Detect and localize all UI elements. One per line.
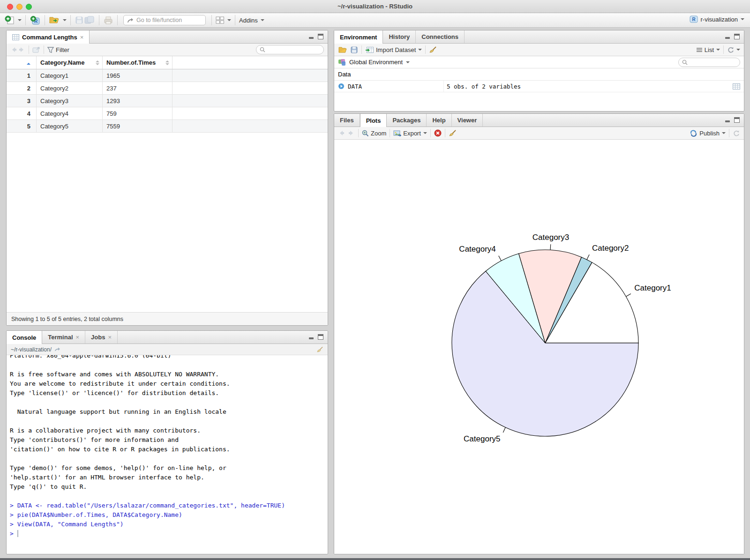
pane-layout-icon[interactable] <box>216 16 225 24</box>
publish-label[interactable]: Publish <box>699 130 720 137</box>
clear-all-plots-icon[interactable] <box>449 129 457 137</box>
maximize-pane-icon[interactable] <box>734 34 740 39</box>
export-plot-caret[interactable] <box>423 132 427 134</box>
pie-label-tick <box>499 256 502 261</box>
rownum-header[interactable] <box>7 60 36 65</box>
console-line <box>10 492 328 501</box>
tab-help[interactable]: Help <box>427 114 451 127</box>
environment-search-input[interactable] <box>690 59 742 66</box>
tab-jobs[interactable]: Jobs× <box>85 331 118 343</box>
tab-console[interactable]: Console <box>7 331 42 344</box>
close-tab-icon[interactable]: × <box>108 334 112 340</box>
open-file-dropdown-caret[interactable] <box>63 19 67 21</box>
tab-command-lengths[interactable]: Command Lengths × <box>7 30 90 44</box>
zoom-plot-icon[interactable] <box>362 130 369 137</box>
minimize-pane-icon[interactable] <box>724 117 731 123</box>
filter-icon[interactable] <box>47 47 54 53</box>
table-row[interactable]: 2 Category2 237 <box>7 82 328 95</box>
maximize-pane-icon[interactable] <box>317 334 324 340</box>
new-file-icon[interactable] <box>5 15 15 25</box>
minimize-pane-icon[interactable] <box>308 34 315 39</box>
tab-packages[interactable]: Packages <box>387 114 427 127</box>
tab-environment[interactable]: Environment <box>334 30 383 44</box>
tab-plots[interactable]: Plots <box>360 114 387 127</box>
tab-files[interactable]: Files <box>334 114 360 127</box>
environment-section-header: Data <box>334 68 744 81</box>
refresh-icon[interactable] <box>727 46 735 53</box>
tab-terminal[interactable]: Terminal× <box>42 331 85 343</box>
environment-search-box[interactable] <box>678 58 740 67</box>
save-workspace-icon[interactable] <box>350 46 358 53</box>
export-plot-label[interactable]: Export <box>403 130 421 137</box>
save-all-icon[interactable] <box>84 15 95 25</box>
col-header-category-name[interactable]: Category.Name <box>36 56 102 69</box>
publish-caret[interactable] <box>722 132 726 134</box>
forward-icon[interactable] <box>18 46 25 53</box>
goto-file-input[interactable] <box>136 17 197 23</box>
export-plot-icon[interactable] <box>393 130 401 136</box>
col-header-number-of-times[interactable]: Number.of.Times <box>102 56 172 69</box>
environment-scope-label[interactable]: Global Environment <box>349 59 403 66</box>
close-tab-icon[interactable]: × <box>80 34 84 40</box>
list-view-label[interactable]: List <box>705 46 714 53</box>
refresh-caret[interactable] <box>736 49 740 51</box>
remove-plot-icon[interactable] <box>434 129 442 137</box>
window-titlebar: ~/r-visualization - RStudio <box>0 0 750 13</box>
previous-plot-icon[interactable] <box>338 130 345 136</box>
addins-caret <box>261 19 264 21</box>
goto-directory-icon[interactable] <box>54 347 60 352</box>
popout-window-icon[interactable] <box>32 46 40 53</box>
minimize-pane-icon[interactable] <box>308 334 315 340</box>
import-dataset-caret[interactable] <box>418 49 422 51</box>
environment-toolbar: Import Dataset List <box>334 44 744 56</box>
sort-toggle-icon[interactable] <box>165 60 169 65</box>
table-row[interactable]: 4 Category4 759 <box>7 107 328 120</box>
environment-scope-caret[interactable] <box>406 61 410 63</box>
console-line <box>10 360 328 370</box>
next-plot-icon[interactable] <box>347 130 355 136</box>
environment-object-row[interactable]: DATA 5 obs. of 2 variables <box>334 81 744 92</box>
console-output[interactable]: Platform: x86_64-apple-darwin15.6.0 (64-… <box>7 355 328 551</box>
cell-number-of-times: 759 <box>102 107 172 119</box>
table-status-bar: Showing 1 to 5 of 5 entries, 2 total col… <box>7 312 328 325</box>
close-tab-icon[interactable]: × <box>76 334 80 340</box>
pie-label: Category3 <box>532 233 569 242</box>
open-file-icon[interactable] <box>49 15 60 25</box>
import-dataset-label[interactable]: Import Dataset <box>376 46 416 53</box>
load-workspace-icon[interactable] <box>338 46 347 54</box>
addins-menu[interactable]: Addins <box>239 17 264 24</box>
maximize-pane-icon[interactable] <box>317 34 324 39</box>
maximize-pane-icon[interactable] <box>734 117 740 123</box>
table-row[interactable]: 1 Category1 1965 <box>7 69 328 82</box>
viewer-search-input[interactable] <box>268 46 319 53</box>
import-dataset-icon[interactable] <box>365 46 374 53</box>
table-row[interactable]: 3 Category3 1293 <box>7 95 328 107</box>
console-line: > <box>10 529 328 538</box>
project-selector[interactable]: R r-visualization <box>690 15 744 23</box>
print-icon[interactable] <box>103 15 113 25</box>
sort-toggle-icon[interactable] <box>96 60 99 65</box>
zoom-plot-label[interactable]: Zoom <box>371 130 386 137</box>
save-icon[interactable] <box>75 15 84 25</box>
pane-layout-caret[interactable] <box>227 19 231 21</box>
new-file-dropdown-caret[interactable] <box>18 19 22 21</box>
goto-file-box[interactable] <box>123 15 206 25</box>
clear-environment-icon[interactable] <box>429 46 437 53</box>
new-project-icon[interactable]: R <box>30 15 41 25</box>
console-pane: Console Terminal× Jobs× ~/r-visualizatio… <box>6 330 328 554</box>
filter-label[interactable]: Filter <box>56 46 69 53</box>
list-view-caret[interactable] <box>716 49 720 51</box>
tab-history[interactable]: History <box>383 30 416 43</box>
clear-console-icon[interactable] <box>316 346 324 353</box>
refresh-plot-icon[interactable] <box>733 130 740 137</box>
back-icon[interactable] <box>10 46 18 53</box>
expand-object-icon[interactable] <box>338 83 345 90</box>
tab-connections[interactable]: Connections <box>416 30 465 43</box>
tab-viewer[interactable]: Viewer <box>452 114 483 127</box>
minimize-pane-icon[interactable] <box>724 34 731 39</box>
goto-arrow-icon <box>127 17 134 23</box>
viewer-search-box[interactable] <box>256 45 324 54</box>
table-row[interactable]: 5 Category5 7559 <box>7 120 328 133</box>
row-number: 3 <box>7 97 36 105</box>
view-table-icon[interactable] <box>733 83 740 90</box>
